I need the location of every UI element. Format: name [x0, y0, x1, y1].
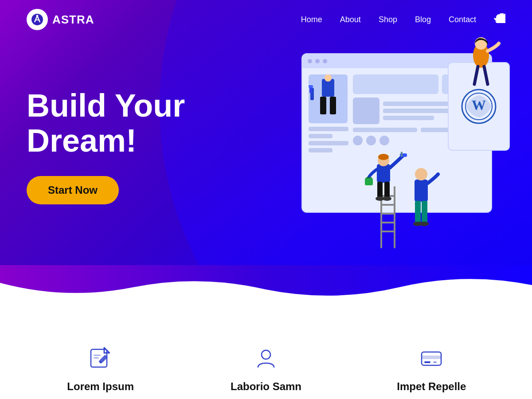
svg-point-4 [325, 74, 332, 82]
svg-rect-8 [309, 87, 312, 93]
user-icon [253, 345, 279, 372]
svg-rect-18 [380, 204, 395, 206]
feature-title-3: Impet Repelle [397, 380, 466, 393]
svg-point-37 [420, 222, 429, 226]
svg-rect-28 [377, 182, 383, 198]
svg-point-41 [262, 350, 270, 359]
svg-rect-20 [380, 222, 395, 223]
svg-text:W: W [472, 97, 486, 113]
svg-rect-34 [415, 201, 421, 223]
hero-content: Build Your Dream! Start Now [0, 62, 266, 249]
svg-point-31 [383, 196, 391, 201]
nav-home[interactable]: Home [301, 15, 322, 24]
twitter-icon[interactable] [494, 13, 505, 26]
start-now-button[interactable]: Start Now [27, 176, 119, 204]
feature-title-1: Lorem Ipsum [67, 380, 134, 393]
figure-painter-1 [364, 151, 408, 239]
feature-card-2: Laborio Samn Maecenas volupta tibus blan… [192, 336, 340, 399]
figure-painter-2 [403, 162, 439, 242]
main-nav: Home About Shop Blog Contact [301, 13, 505, 26]
hero-section: Build Your Dream! Start Now [0, 0, 532, 266]
svg-rect-26 [401, 152, 403, 157]
site-header: ASTRA Home About Shop Blog Contact [0, 0, 532, 39]
svg-rect-27 [365, 178, 373, 185]
figure-woman [461, 35, 501, 89]
svg-rect-6 [330, 97, 336, 114]
svg-rect-32 [415, 180, 428, 202]
svg-rect-45 [433, 361, 437, 363]
svg-rect-44 [424, 361, 430, 363]
logo[interactable]: ASTRA [27, 9, 94, 30]
svg-rect-40 [94, 357, 99, 359]
svg-rect-43 [422, 356, 441, 359]
svg-rect-9 [309, 85, 313, 88]
nav-blog[interactable]: Blog [415, 15, 431, 24]
hero-illustration: W [293, 35, 514, 248]
svg-point-33 [415, 168, 427, 180]
nav-contact[interactable]: Contact [449, 15, 476, 24]
svg-rect-5 [320, 97, 326, 114]
svg-rect-39 [94, 355, 101, 356]
features-grid: Lorem Ipsum Maecenas volupta tibus bland… [27, 336, 505, 399]
feature-card-1: Lorem Ipsum Maecenas volupta tibus bland… [27, 336, 174, 399]
feature-card-3: Impet Repelle Maecenas volupta tibus bla… [358, 336, 505, 399]
svg-rect-21 [380, 231, 395, 232]
logo-icon [27, 9, 48, 30]
edit-icon [87, 345, 114, 372]
features-section: Lorem Ipsum Maecenas volupta tibus bland… [0, 301, 532, 399]
svg-rect-35 [422, 201, 427, 223]
hero-title: Build Your Dream! [27, 88, 239, 158]
logo-text: ASTRA [52, 13, 94, 27]
svg-point-24 [378, 154, 389, 160]
svg-rect-22 [377, 164, 390, 183]
svg-rect-19 [380, 213, 395, 215]
nav-shop[interactable]: Shop [379, 15, 397, 24]
card-icon [418, 345, 445, 372]
feature-title-2: Laborio Samn [231, 380, 301, 393]
nav-about[interactable]: About [340, 15, 361, 24]
svg-point-1 [36, 15, 39, 17]
svg-rect-29 [384, 182, 390, 198]
wave-divider [0, 265, 532, 301]
